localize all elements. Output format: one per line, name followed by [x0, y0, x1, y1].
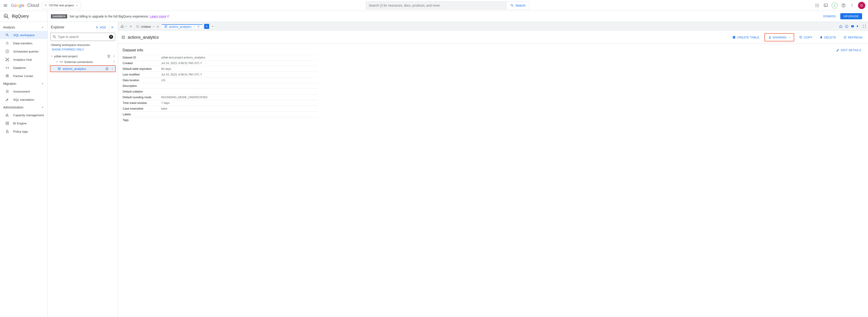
svg-point-63: [124, 38, 124, 38]
info-row: Tags: [123, 117, 318, 123]
home-icon[interactable]: [838, 24, 843, 29]
monitor-icon[interactable]: [850, 24, 855, 29]
star-icon[interactable]: [105, 67, 109, 70]
learn-more-link[interactable]: Learn more: [150, 15, 169, 18]
cloud-label: Cloud: [27, 3, 39, 8]
nav-item-data-transfers[interactable]: Data transfers: [0, 39, 48, 47]
more-icon[interactable]: [849, 3, 855, 8]
svg-point-60: [123, 37, 123, 37]
svg-point-12: [817, 6, 817, 7]
search-button[interactable]: Search: [506, 1, 529, 9]
svg-text:Google: Google: [11, 3, 24, 7]
tab-actions-analytics[interactable]: actions_analytics: [162, 24, 203, 28]
explorer-search-box[interactable]: ?: [51, 33, 115, 41]
project-picker[interactable]: YDTAK test project: [42, 2, 81, 9]
svg-point-1: [45, 4, 45, 5]
svg-point-2: [46, 4, 46, 5]
info-row: Case insensitivefalse: [123, 106, 318, 111]
notifications-badge[interactable]: 1: [832, 2, 838, 8]
svg-rect-57: [851, 25, 854, 27]
star-icon[interactable]: [107, 54, 111, 58]
svg-point-39: [114, 61, 114, 61]
bars-icon: [5, 113, 9, 117]
nav-item-sql-translation[interactable]: SQL translation: [0, 95, 48, 104]
tree-dataset-node[interactable]: actions_analytics: [51, 66, 115, 71]
explorer-collapse-icon[interactable]: [109, 24, 116, 30]
info-key: Case insensitive: [123, 107, 161, 110]
copy-button[interactable]: COPY: [797, 34, 815, 40]
more-icon[interactable]: [113, 55, 116, 58]
nav-item-policy-tags[interactable]: Policy tags: [0, 127, 48, 136]
info-key: Last modified: [123, 73, 161, 76]
info-key: Description: [123, 84, 161, 88]
chevron-right-icon[interactable]: [55, 60, 59, 63]
swap-icon: [5, 41, 9, 46]
nav-item-assessment[interactable]: Assessment: [0, 87, 48, 95]
explorer-search-help-icon[interactable]: ?: [109, 35, 113, 39]
hub-icon: [5, 57, 9, 62]
tree-external-connections[interactable]: External connections: [49, 59, 117, 65]
bigquery-icon: [3, 13, 9, 20]
info-key: Default table expiration: [123, 67, 161, 70]
query-icon: [136, 25, 140, 28]
new-tab-button[interactable]: [204, 24, 209, 29]
edit-details-button[interactable]: EDIT DETAILS: [834, 47, 864, 53]
nav-item-capacity-management[interactable]: Capacity management: [0, 111, 48, 119]
create-table-button[interactable]: CREATE TABLE: [730, 34, 762, 40]
close-icon[interactable]: [156, 25, 159, 28]
nav-section-header[interactable]: Migration: [0, 80, 48, 87]
chevron-up-icon: [41, 26, 44, 29]
hamburger-menu-icon[interactable]: [3, 3, 8, 8]
explorer-add-button[interactable]: ADD: [93, 25, 108, 30]
info-icon[interactable]: [844, 24, 849, 29]
avatar[interactable]: D: [858, 2, 865, 9]
svg-point-3: [45, 5, 45, 6]
fullscreen-icon[interactable]: [862, 24, 867, 29]
more-icon[interactable]: [111, 67, 114, 70]
content-area: Untitled actions_analytics: [118, 22, 868, 317]
help-icon[interactable]: [841, 3, 846, 8]
google-cloud-logo[interactable]: Google Cloud: [11, 3, 39, 8]
dataset-info-title: Dataset info: [123, 48, 143, 53]
svg-point-49: [112, 69, 113, 70]
svg-point-35: [114, 55, 114, 56]
explorer-panel: Explorer ADD ? Viewing workspace resourc…: [48, 22, 118, 317]
dismiss-button[interactable]: DISMISS: [822, 13, 838, 19]
list-icon: [5, 89, 9, 94]
close-icon[interactable]: [197, 25, 200, 28]
lightbulb-icon[interactable]: [856, 24, 861, 29]
nav-section-header[interactable]: Administration: [0, 104, 48, 111]
svg-point-10: [818, 5, 819, 6]
home-tab[interactable]: [119, 25, 133, 28]
nav-item-scheduled-queries[interactable]: Scheduled queries: [0, 47, 48, 56]
info-key: Default collation: [123, 90, 161, 93]
nav-item-dataform[interactable]: Dataform: [0, 64, 48, 72]
nav-item-bi-engine[interactable]: BI Engine: [0, 119, 48, 127]
refresh-button[interactable]: REFRESH: [841, 34, 865, 40]
close-icon[interactable]: [129, 25, 132, 28]
explorer-tree: ydtak-test-project External connections …: [48, 53, 118, 73]
nav-item-analytics-hub[interactable]: Analytics Hub: [0, 56, 48, 64]
nav-section-header[interactable]: Analysis: [0, 24, 48, 31]
search-input[interactable]: [366, 1, 507, 9]
info-key: Labels: [123, 113, 161, 116]
explorer-search-input[interactable]: [58, 35, 107, 39]
nav-item-partner-center[interactable]: Partner Center: [0, 72, 48, 80]
dataset-info-table: Dataset IDydtak-test-project.actions_ana…: [123, 55, 318, 123]
svg-rect-59: [122, 36, 125, 39]
sharing-button[interactable]: SHARING: [765, 33, 794, 41]
tree-project-node[interactable]: ydtak-test-project: [49, 53, 117, 59]
lock-icon: [5, 129, 9, 134]
info-row: Last modifiedJul 24, 2023, 4:56:51 PM UT…: [123, 71, 318, 77]
more-icon[interactable]: [113, 60, 116, 63]
nav-item-sql-workspace[interactable]: SQL workspace: [0, 31, 48, 39]
tab-untitled[interactable]: Untitled: [133, 24, 162, 28]
upgrade-button[interactable]: UPGRADE: [840, 13, 862, 19]
show-starred-link[interactable]: SHOW STARRED ONLY: [48, 47, 118, 53]
delete-button[interactable]: DELETE: [817, 34, 838, 40]
apps-icon[interactable]: [814, 3, 820, 8]
chevron-down-icon[interactable]: [50, 55, 54, 58]
cloud-shell-icon[interactable]: [823, 3, 829, 8]
dataset-info-panel: Dataset info EDIT DETAILS Dataset IDydta…: [118, 44, 868, 126]
chevron-down-icon[interactable]: [211, 25, 214, 28]
